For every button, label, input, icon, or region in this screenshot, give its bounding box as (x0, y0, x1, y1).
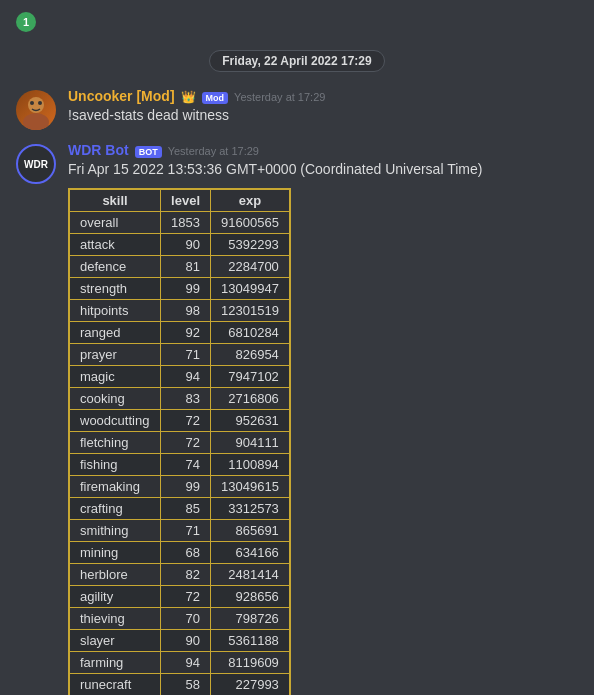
col-header-skill: skill (69, 189, 161, 212)
skill-name: fishing (69, 453, 161, 475)
table-row: crafting853312573 (69, 497, 290, 519)
skill-name: herblore (69, 563, 161, 585)
skill-level: 99 (161, 475, 211, 497)
skill-level: 81 (161, 255, 211, 277)
skill-exp: 798726 (211, 607, 290, 629)
svg-point-3 (38, 101, 42, 105)
skill-level: 94 (161, 365, 211, 387)
stats-table-wrapper: skill level exp overall185391600565attac… (68, 188, 291, 695)
table-row: ranged926810284 (69, 321, 290, 343)
avatar-uncooker (16, 90, 56, 130)
skill-name: agility (69, 585, 161, 607)
skill-exp: 1100894 (211, 453, 290, 475)
table-row: magic947947102 (69, 365, 290, 387)
skill-exp: 8119609 (211, 651, 290, 673)
svg-point-2 (30, 101, 34, 105)
message-header-uncooker: Uncooker [Mod] 👑 Mod Yesterday at 17:29 (68, 88, 578, 104)
message-text-wdr: Fri Apr 15 2022 13:53:36 GMT+0000 (Coord… (68, 160, 578, 180)
message-wdr: WDR WDR Bot BOT Yesterday at 17:29 Fri A… (0, 138, 594, 695)
table-row: mining68634166 (69, 541, 290, 563)
skill-level: 71 (161, 519, 211, 541)
skill-name: cooking (69, 387, 161, 409)
avatar-wdr: WDR (16, 144, 56, 184)
table-row: farming948119609 (69, 651, 290, 673)
table-row: defence812284700 (69, 255, 290, 277)
skill-level: 68 (161, 541, 211, 563)
skill-level: 82 (161, 563, 211, 585)
skill-exp: 2481414 (211, 563, 290, 585)
table-row: strength9913049947 (69, 277, 290, 299)
skill-exp: 2284700 (211, 255, 290, 277)
skill-exp: 12301519 (211, 299, 290, 321)
skill-exp: 928656 (211, 585, 290, 607)
skill-exp: 13049615 (211, 475, 290, 497)
message-content-wdr: WDR Bot BOT Yesterday at 17:29 Fri Apr 1… (68, 142, 578, 695)
skill-level: 70 (161, 607, 211, 629)
table-row: overall185391600565 (69, 211, 290, 233)
username-wdr: WDR Bot (68, 142, 129, 158)
skill-level: 72 (161, 409, 211, 431)
col-header-level: level (161, 189, 211, 212)
table-row: prayer71826954 (69, 343, 290, 365)
timestamp-wdr: Yesterday at 17:29 (168, 145, 259, 157)
skill-name: runecraft (69, 673, 161, 695)
skill-name: strength (69, 277, 161, 299)
skill-name: farming (69, 651, 161, 673)
skill-exp: 227993 (211, 673, 290, 695)
bot-badge: BOT (135, 146, 162, 158)
table-row: fletching72904111 (69, 431, 290, 453)
message-header-wdr: WDR Bot BOT Yesterday at 17:29 (68, 142, 578, 158)
crown-icon: 👑 (181, 90, 196, 104)
skill-level: 92 (161, 321, 211, 343)
table-row: slayer905361188 (69, 629, 290, 651)
timestamp-uncooker: Yesterday at 17:29 (234, 91, 325, 103)
skill-level: 58 (161, 673, 211, 695)
skill-name: fletching (69, 431, 161, 453)
skill-level: 74 (161, 453, 211, 475)
date-divider: Friday, 22 April 2022 17:29 (16, 50, 578, 72)
skill-level: 85 (161, 497, 211, 519)
skill-level: 83 (161, 387, 211, 409)
skill-name: woodcutting (69, 409, 161, 431)
table-row: fishing741100894 (69, 453, 290, 475)
skill-name: hitpoints (69, 299, 161, 321)
svg-point-1 (23, 113, 49, 130)
skill-name: ranged (69, 321, 161, 343)
skill-name: slayer (69, 629, 161, 651)
skill-exp: 13049947 (211, 277, 290, 299)
skill-level: 90 (161, 233, 211, 255)
table-row: runecraft58227993 (69, 673, 290, 695)
message-text-uncooker: !saved-stats dead witness (68, 106, 578, 126)
table-row: agility72928656 (69, 585, 290, 607)
skill-name: mining (69, 541, 161, 563)
date-pill-text: Friday, 22 April 2022 17:29 (209, 50, 384, 72)
skill-level: 72 (161, 431, 211, 453)
skill-name: magic (69, 365, 161, 387)
skill-exp: 91600565 (211, 211, 290, 233)
skill-level: 72 (161, 585, 211, 607)
skill-name: crafting (69, 497, 161, 519)
skill-name: attack (69, 233, 161, 255)
table-row: firemaking9913049615 (69, 475, 290, 497)
skill-level: 99 (161, 277, 211, 299)
skill-name: smithing (69, 519, 161, 541)
skill-exp: 826954 (211, 343, 290, 365)
skill-level: 90 (161, 629, 211, 651)
skill-level: 1853 (161, 211, 211, 233)
skill-exp: 2716806 (211, 387, 290, 409)
skill-name: prayer (69, 343, 161, 365)
message-content-uncooker: Uncooker [Mod] 👑 Mod Yesterday at 17:29 … (68, 88, 578, 130)
skill-exp: 865691 (211, 519, 290, 541)
skill-exp: 904111 (211, 431, 290, 453)
skill-exp: 7947102 (211, 365, 290, 387)
notification-badge: 1 (16, 12, 36, 32)
table-row: smithing71865691 (69, 519, 290, 541)
skill-name: firemaking (69, 475, 161, 497)
table-row: woodcutting72952631 (69, 409, 290, 431)
skill-name: defence (69, 255, 161, 277)
mod-badge: Mod (202, 92, 229, 104)
skill-exp: 6810284 (211, 321, 290, 343)
skill-exp: 5361188 (211, 629, 290, 651)
skill-level: 94 (161, 651, 211, 673)
skill-name: overall (69, 211, 161, 233)
